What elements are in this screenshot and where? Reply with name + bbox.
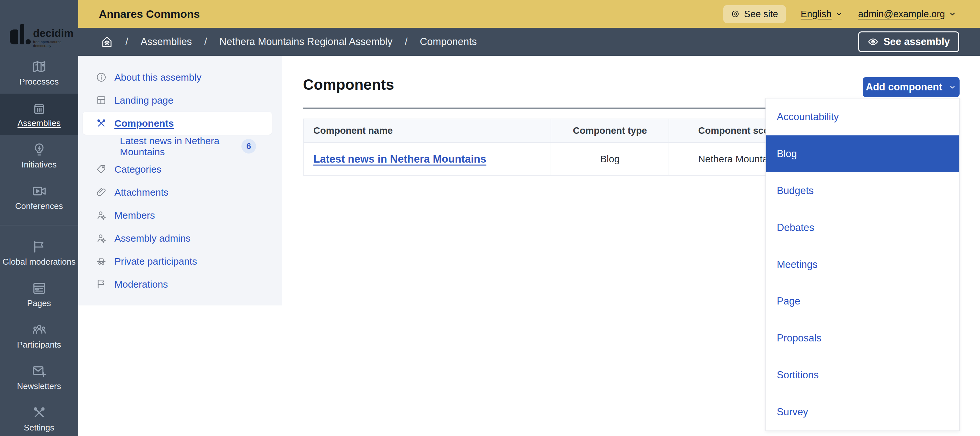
user-menu[interactable]: admin@example.org (858, 9, 957, 19)
sidebar-item-label: Conferences (15, 201, 63, 211)
sidebar-nav: Processes Assemblies Initiatives Confere… (0, 52, 78, 436)
add-component-label: Add component (866, 81, 942, 93)
topbar: Annares Commons See site English admin@e… (78, 0, 980, 28)
sidebar-item-pages[interactable]: Pages (0, 274, 78, 315)
sidebar-item-label: Settings (24, 423, 54, 433)
sidebar-item-processes[interactable]: Processes (0, 52, 78, 94)
subnav-item-label: Categories (115, 164, 161, 175)
assembly-subnav: About this assembly Landing page Compone… (78, 56, 282, 306)
see-assembly-label: See assembly (883, 36, 950, 48)
video-camera-icon (32, 184, 47, 198)
incognito-icon (96, 256, 107, 266)
breadcrumb-separator: / (204, 36, 207, 48)
site-name: Annares Commons (99, 8, 200, 21)
column-header-component-name: Component name (303, 119, 551, 143)
subnav-item-label: Components (115, 118, 174, 129)
decidim-logo-icon (10, 26, 30, 48)
flag-icon (96, 279, 107, 290)
page-title: Components (303, 56, 959, 93)
language-label: English (801, 9, 832, 19)
subnav-item-latest-news[interactable]: Latest news in Nethera Mountains 6 (78, 135, 272, 158)
user-gear-icon (96, 233, 107, 244)
subnav-item-label: Attachments (115, 187, 169, 198)
flag-icon (32, 239, 47, 254)
eye-icon (867, 36, 878, 47)
subnav-item-label: Assembly admins (115, 233, 191, 244)
rings-eye-icon (731, 10, 740, 18)
see-assembly-button[interactable]: See assembly (858, 32, 959, 52)
dropdown-item-meetings[interactable]: Meetings (766, 246, 959, 283)
info-icon (96, 72, 107, 82)
breadcrumb-components[interactable]: Components (420, 36, 477, 48)
subnav-item-about[interactable]: About this assembly (78, 66, 272, 89)
subnav-item-label: Landing page (115, 95, 173, 106)
home-icon[interactable] (101, 36, 113, 48)
chevron-down-icon (948, 10, 957, 18)
dropdown-item-budgets[interactable]: Budgets (766, 172, 959, 209)
subnav-item-attachments[interactable]: Attachments (78, 181, 272, 204)
breadcrumb: / Assemblies / Nethera Mountains Regiona… (78, 28, 980, 56)
count-badge: 6 (242, 139, 256, 154)
sidebar-item-label: Participants (17, 340, 61, 349)
sidebar-item-participants[interactable]: Participants (0, 315, 78, 357)
bank-icon (32, 101, 47, 116)
breadcrumb-assemblies[interactable]: Assemblies (141, 36, 192, 48)
tag-icon (96, 164, 107, 174)
dropdown-item-accountability[interactable]: Accountability (766, 98, 959, 135)
lightbulb-icon (32, 142, 47, 157)
decidim-logo: decidim free open-source democracy (0, 0, 78, 52)
subnav-item-components[interactable]: Components (83, 112, 272, 135)
sidebar-item-label: Newsletters (17, 382, 61, 391)
logo-tagline: free open-source democracy (33, 40, 78, 48)
subnav-item-private-participants[interactable]: Private participants (78, 250, 272, 273)
sidebar-item-conferences[interactable]: Conferences (0, 176, 78, 218)
breadcrumb-separator: / (126, 36, 128, 48)
breadcrumb-assembly-name[interactable]: Nethera Mountains Regional Assembly (220, 36, 393, 48)
subnav-item-assembly-admins[interactable]: Assembly admins (78, 227, 272, 250)
add-component-dropdown: Accountability Blog Budgets Debates Meet… (765, 98, 959, 431)
mail-plus-icon (32, 364, 47, 379)
sidebar-item-initiatives[interactable]: Initiatives (0, 135, 78, 176)
subnav-item-landing-page[interactable]: Landing page (78, 89, 272, 112)
tools-icon (96, 118, 107, 128)
component-link[interactable]: Latest news in Nethera Mountains (313, 153, 487, 165)
sidebar-item-newsletters[interactable]: Newsletters (0, 357, 78, 398)
sidebar-item-label: Initiatives (21, 160, 56, 170)
user-email: admin@example.org (858, 9, 945, 19)
dropdown-item-page[interactable]: Page (766, 283, 959, 320)
subnav-item-members[interactable]: Members (78, 204, 272, 227)
subnav-item-label: Moderations (115, 279, 168, 290)
sidebar-item-label: Assemblies (18, 119, 60, 128)
language-menu[interactable]: English (801, 9, 843, 19)
dropdown-item-debates[interactable]: Debates (766, 209, 959, 246)
logo-brand: decidim (33, 28, 78, 38)
chevron-down-icon (948, 83, 956, 91)
dropdown-item-sortitions[interactable]: Sortitions (766, 357, 959, 393)
see-site-button[interactable]: See site (723, 5, 786, 23)
dropdown-item-blog[interactable]: Blog (766, 135, 959, 172)
subnav-item-label: Private participants (115, 256, 197, 267)
layout-icon (96, 95, 107, 106)
user-gear-icon (96, 210, 107, 220)
breadcrumb-separator: / (405, 36, 408, 48)
add-component-button[interactable]: Add component (863, 77, 959, 97)
subnav-item-label: About this assembly (115, 72, 201, 83)
sidebar-item-global-moderations[interactable]: Global moderations (0, 232, 78, 274)
column-header-component-type: Component type (551, 119, 669, 143)
sidebar-item-label: Pages (27, 299, 51, 308)
dropdown-item-proposals[interactable]: Proposals (766, 320, 959, 357)
subnav-item-label: Latest news in Nethera Mountains (120, 135, 234, 157)
component-type-cell: Blog (551, 143, 669, 176)
subnav-item-moderations[interactable]: Moderations (78, 273, 272, 296)
sidebar-item-settings[interactable]: Settings (0, 398, 78, 436)
chevron-down-icon (835, 10, 843, 18)
dropdown-item-survey[interactable]: Survey (766, 393, 959, 431)
subnav-item-categories[interactable]: Categories (78, 158, 272, 181)
sidebar-item-label: Processes (19, 77, 59, 87)
sidebar-item-label: Global moderations (3, 257, 75, 266)
paperclip-icon (96, 187, 107, 198)
sidebar-item-assemblies[interactable]: Assemblies (0, 94, 78, 135)
people-icon (32, 322, 47, 337)
sidebar-divider (0, 225, 78, 225)
decidim-admin-app: decidim free open-source democracy Proce… (0, 0, 980, 436)
